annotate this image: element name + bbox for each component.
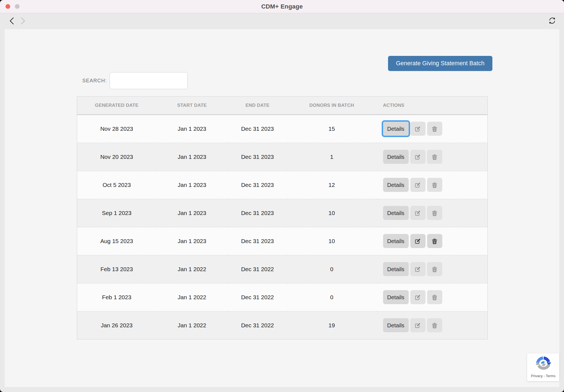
- trash-icon: [432, 294, 438, 301]
- generated-date-cell: Aug 15 2023: [77, 227, 156, 255]
- actions-cell: Details: [376, 255, 488, 283]
- donors-in-batch-cell: 12: [288, 171, 376, 199]
- edit-button[interactable]: [410, 318, 425, 332]
- trash-icon: [432, 126, 438, 132]
- delete-button[interactable]: [427, 234, 442, 248]
- column-header-end-date: END DATE: [228, 97, 288, 115]
- donors-in-batch-cell: 15: [288, 115, 376, 143]
- edit-button[interactable]: [410, 178, 425, 192]
- table-row: Feb 13 2023 Jan 1 2022 Dec 31 2022 0 Det…: [77, 255, 488, 283]
- delete-button[interactable]: [427, 318, 442, 332]
- search-input[interactable]: [110, 72, 188, 89]
- recaptcha-logo-icon: [535, 356, 551, 373]
- donors-in-batch-cell: 0: [288, 255, 376, 283]
- delete-button[interactable]: [427, 150, 442, 164]
- end-date-cell: Dec 31 2023: [228, 199, 288, 227]
- search-row: SEARCH:: [82, 72, 188, 89]
- edit-pencil-icon: [414, 210, 421, 216]
- start-date-cell: Jan 1 2023: [156, 227, 228, 255]
- refresh-button[interactable]: [547, 17, 557, 26]
- generate-giving-statement-batch-button[interactable]: Generate Giving Statement Batch: [388, 56, 492, 71]
- details-button[interactable]: Details: [383, 150, 409, 164]
- table-row: Oct 5 2023 Jan 1 2023 Dec 31 2023 12 Det…: [77, 171, 488, 199]
- generated-date-cell: Sep 1 2023: [77, 199, 156, 227]
- delete-button[interactable]: [427, 178, 442, 192]
- column-header-actions: ACTIONS: [376, 97, 488, 115]
- toolbar: [0, 13, 564, 29]
- details-button[interactable]: Details: [383, 234, 409, 248]
- details-button[interactable]: Details: [383, 318, 409, 332]
- end-date-cell: Dec 31 2023: [228, 115, 288, 143]
- forward-button[interactable]: [19, 17, 26, 26]
- generated-date-cell: Nov 20 2023: [77, 143, 156, 171]
- recaptcha-privacy-terms-link[interactable]: Privacy - Terms: [531, 374, 555, 378]
- end-date-cell: Dec 31 2022: [228, 255, 288, 283]
- start-date-cell: Jan 1 2023: [156, 143, 228, 171]
- edit-button[interactable]: [410, 150, 425, 164]
- close-window-button[interactable]: [6, 4, 10, 9]
- donors-in-batch-cell: 10: [288, 199, 376, 227]
- delete-button[interactable]: [427, 262, 442, 276]
- actions-cell: Details: [376, 143, 488, 171]
- column-header-generated-date: GENERATED DATE: [77, 97, 156, 115]
- edit-pencil-icon: [414, 154, 421, 160]
- edit-button[interactable]: [410, 206, 425, 220]
- end-date-cell: Dec 31 2022: [228, 311, 288, 339]
- chevron-left-icon: [9, 17, 15, 26]
- table-header: GENERATED DATE START DATE END DATE DONOR…: [77, 97, 488, 115]
- actions-cell: Details: [376, 311, 488, 339]
- donors-in-batch-cell: 19: [288, 311, 376, 339]
- trash-icon: [432, 266, 438, 273]
- edit-button[interactable]: [410, 290, 425, 304]
- details-button[interactable]: Details: [383, 206, 409, 220]
- donors-in-batch-cell: 10: [288, 227, 376, 255]
- end-date-cell: Dec 31 2023: [228, 171, 288, 199]
- delete-button[interactable]: [427, 290, 442, 304]
- recaptcha-badge[interactable]: Privacy - Terms: [527, 353, 559, 381]
- edit-pencil-icon: [414, 266, 421, 273]
- window-title: CDM+ Engage: [261, 3, 303, 10]
- actions-cell: Details: [376, 283, 488, 311]
- trash-icon: [432, 210, 438, 216]
- content-area: Generate Giving Statement Batch SEARCH: …: [5, 29, 559, 387]
- details-button[interactable]: Details: [383, 262, 409, 276]
- start-date-cell: Jan 1 2023: [156, 199, 228, 227]
- generated-date-cell: Feb 1 2023: [77, 283, 156, 311]
- start-date-cell: Jan 1 2022: [156, 255, 228, 283]
- table-row: Nov 28 2023 Jan 1 2023 Dec 31 2023 15 De…: [77, 115, 488, 143]
- details-button[interactable]: Details: [383, 290, 409, 304]
- donors-in-batch-cell: 1: [288, 143, 376, 171]
- start-date-cell: Jan 1 2023: [156, 115, 228, 143]
- edit-pencil-icon: [414, 322, 421, 329]
- edit-pencil-icon: [414, 182, 421, 188]
- table-row: Sep 1 2023 Jan 1 2023 Dec 31 2023 10 Det…: [77, 199, 488, 227]
- actions-cell: Details: [376, 171, 488, 199]
- edit-button[interactable]: [410, 122, 425, 136]
- donors-in-batch-cell: 0: [288, 283, 376, 311]
- details-button[interactable]: Details: [383, 178, 409, 192]
- edit-button[interactable]: [410, 234, 425, 248]
- edit-pencil-icon: [414, 126, 421, 132]
- table-row: Nov 20 2023 Jan 1 2023 Dec 31 2023 1 Det…: [77, 143, 488, 171]
- edit-button[interactable]: [410, 262, 425, 276]
- trash-icon: [432, 238, 438, 244]
- start-date-cell: Jan 1 2023: [156, 171, 228, 199]
- edit-pencil-icon: [414, 294, 421, 301]
- table-row: Jan 26 2023 Jan 1 2022 Dec 31 2022 19 De…: [77, 311, 488, 339]
- start-date-cell: Jan 1 2022: [156, 311, 228, 339]
- column-header-start-date: START DATE: [156, 97, 228, 115]
- end-date-cell: Dec 31 2022: [228, 283, 288, 311]
- generated-date-cell: Oct 5 2023: [77, 171, 156, 199]
- actions-cell: Details: [376, 227, 488, 255]
- titlebar: CDM+ Engage: [0, 0, 564, 13]
- column-header-donors-in-batch: DONORS IN BATCH: [288, 97, 376, 115]
- details-button[interactable]: Details: [383, 122, 409, 136]
- delete-button[interactable]: [427, 122, 442, 136]
- search-label: SEARCH:: [82, 78, 107, 84]
- traffic-lights: [6, 0, 20, 13]
- back-button[interactable]: [8, 17, 15, 26]
- end-date-cell: Dec 31 2023: [228, 227, 288, 255]
- delete-button[interactable]: [427, 206, 442, 220]
- minimize-window-button[interactable]: [15, 4, 20, 9]
- edit-pencil-icon: [414, 238, 421, 244]
